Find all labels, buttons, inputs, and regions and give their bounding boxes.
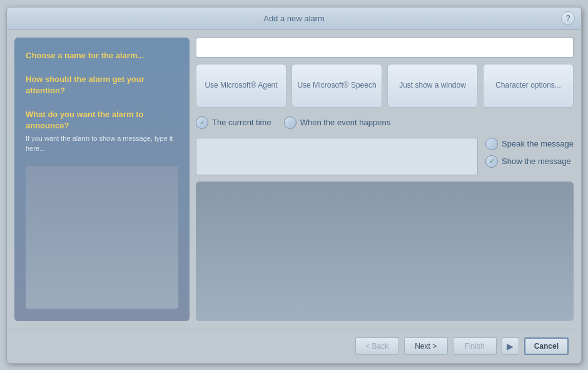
message-options: Speak the message ✓ Show the message <box>485 138 574 168</box>
name-section: Choose a name for the alarm... <box>26 50 178 61</box>
speak-message-icon <box>485 138 498 150</box>
attention-buttons-group: Use Microsoft® Agent Use Microsoft® Spee… <box>196 64 574 108</box>
announce-radio-group: ✓ The current time When the event happen… <box>196 114 574 131</box>
character-options-label: Character options... <box>495 81 561 91</box>
left-panel: Choose a name for the alarm... How shoul… <box>14 38 190 321</box>
show-message-icon: ✓ <box>485 155 498 168</box>
announce-section: What do you want the alarm to announce? … <box>26 109 178 153</box>
finish-button[interactable]: Finish <box>453 337 497 355</box>
speak-message-checkbox[interactable]: Speak the message <box>485 138 574 150</box>
show-message-checkbox[interactable]: ✓ Show the message <box>485 155 574 168</box>
cancel-label: Cancel <box>534 342 559 351</box>
title-bar: Add a new alarm ? <box>7 8 581 30</box>
just-show-label: Just show a window <box>399 81 466 91</box>
dialog-window: Add a new alarm ? Choose a name for the … <box>6 7 582 364</box>
alarm-name-input[interactable] <box>196 38 574 58</box>
back-label: < Back <box>365 342 388 351</box>
just-show-window-button[interactable]: Just show a window <box>387 64 478 108</box>
next-button[interactable]: Next > <box>404 337 448 355</box>
attention-label: How should the alarm get your attention? <box>26 74 178 96</box>
use-speech-button[interactable]: Use Microsoft® Speech <box>291 64 382 108</box>
left-bottom-area <box>26 166 178 308</box>
message-input[interactable] <box>196 138 478 175</box>
character-options-button[interactable]: Character options... <box>483 64 574 108</box>
event-happens-radio[interactable]: When the event happens <box>284 116 391 129</box>
right-empty-area <box>196 182 574 321</box>
help-icon: ? <box>566 14 570 23</box>
event-happens-radio-icon <box>284 116 297 129</box>
dialog-footer: < Back Next > Finish ▶ Cancel <box>7 329 581 363</box>
current-time-radio[interactable]: ✓ The current time <box>196 116 271 129</box>
announce-sublabel: If you want the alarm to show a message,… <box>26 134 178 153</box>
back-button[interactable]: < Back <box>355 337 399 355</box>
announce-label: What do you want the alarm to announce? <box>26 109 178 131</box>
speak-message-label: Speak the message <box>502 139 574 148</box>
cancel-button[interactable]: Cancel <box>524 337 569 355</box>
dialog-body: Choose a name for the alarm... How shoul… <box>7 30 581 329</box>
current-time-label: The current time <box>212 118 271 127</box>
right-panel: Use Microsoft® Agent Use Microsoft® Spee… <box>196 38 574 321</box>
finish-label: Finish <box>465 342 485 351</box>
next-label: Next > <box>415 342 437 351</box>
name-label: Choose a name for the alarm... <box>26 50 178 61</box>
message-row: Speak the message ✓ Show the message <box>196 138 574 175</box>
current-time-radio-icon: ✓ <box>196 116 208 129</box>
use-agent-label: Use Microsoft® Agent <box>205 81 277 91</box>
use-agent-button[interactable]: Use Microsoft® Agent <box>196 64 286 108</box>
attention-section: How should the alarm get your attention? <box>26 74 178 96</box>
use-speech-label: Use Microsoft® Speech <box>297 81 376 91</box>
help-button[interactable]: ? <box>561 11 575 25</box>
nav-icon: ▶ <box>507 341 514 351</box>
show-message-label: Show the message <box>502 157 571 166</box>
nav-icon-button[interactable]: ▶ <box>502 337 519 355</box>
event-happens-label: When the event happens <box>300 118 391 127</box>
dialog-title: Add a new alarm <box>263 14 325 23</box>
